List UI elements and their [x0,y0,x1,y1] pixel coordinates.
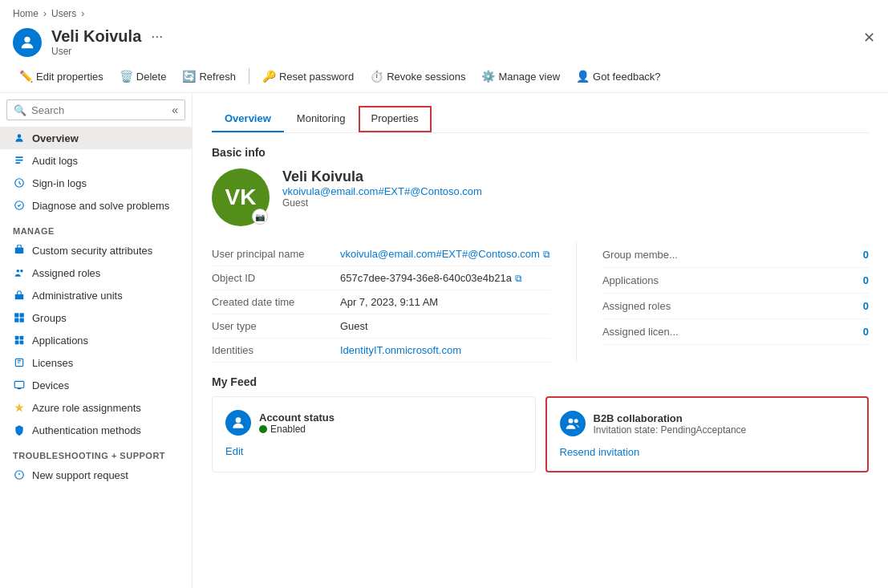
devices-icon [13,379,26,391]
close-button[interactable]: ✕ [863,30,875,45]
svg-rect-17 [15,341,19,345]
svg-rect-20 [14,381,24,387]
licenses-label: Assigned licen... [602,326,679,338]
manage-view-button[interactable]: ⚙️ Manage view [475,67,566,86]
collapse-icon[interactable]: « [172,103,178,116]
search-input[interactable] [31,104,167,116]
profile-name: Veli Koivula [282,168,482,185]
sidebar-item-groups[interactable]: Groups [0,306,192,329]
auth-methods-icon [13,424,26,436]
sidebar-item-support[interactable]: New support request [0,464,192,486]
user-role: User [51,46,875,57]
overview-icon [13,132,26,144]
svg-rect-18 [20,341,24,345]
sidebar-item-assigned-roles[interactable]: Assigned roles [0,262,192,284]
usertype-label: User type [212,320,340,332]
svg-rect-7 [15,248,24,254]
search-icon: 🔍 [14,104,26,116]
svg-point-23 [568,419,573,424]
delete-button[interactable]: 🗑️ Delete [113,67,173,86]
search-box[interactable]: 🔍 « [6,99,185,120]
sidebar-item-label-groups: Groups [32,312,67,324]
svg-rect-13 [14,318,18,322]
profile-details: Veli Koivula vkoivula@email.com#EXT#@Con… [282,168,482,209]
breadcrumb-users[interactable]: Users [51,8,76,19]
resend-invitation-link[interactable]: Resend invitation [560,446,855,458]
apps-value[interactable]: 0 [863,274,869,286]
b2b-description: Invitation state: PendingAcceptance [594,424,747,436]
apps-label: Applications [602,274,659,286]
account-status-card: Account status Enabled Edit [212,396,536,472]
sidebar-item-applications[interactable]: Applications [0,329,192,351]
info-row-upn: User principal name vkoivula@email.com#E… [212,242,550,266]
b2b-header: B2B collaboration Invitation state: Pend… [560,411,855,436]
revoke-sessions-button[interactable]: ⏱️ Revoke sessions [363,67,472,86]
troubleshoot-section-label: Troubleshooting + Support [0,441,192,464]
user-profile: VK 📷 Veli Koivula vkoivula@email.com#EXT… [212,168,869,226]
objectid-copy-icon[interactable]: ⧉ [515,273,522,284]
manage-view-icon: ⚙️ [481,70,495,83]
breadcrumb-sep1: › [43,8,47,19]
sidebar-item-custom-security[interactable]: Custom security attributes [0,239,192,262]
tab-overview[interactable]: Overview [212,106,284,132]
info-row-identities: Identities IdentityIT.onmicrosoft.com [212,339,550,363]
sidebar-item-label-signin: Sign-in logs [32,177,87,189]
group-value[interactable]: 0 [863,249,869,261]
reset-password-button[interactable]: 🔑 Reset password [256,67,360,86]
profile-email[interactable]: vkoivula@email.com#EXT#@Contoso.com [282,185,482,197]
objectid-label: Object ID [212,272,340,284]
feedback-button[interactable]: 👤 Got feedback? [570,67,667,86]
sidebar-item-label-overview: Overview [32,132,79,144]
info-left-col: User principal name vkoivula@email.com#E… [212,242,576,363]
svg-rect-15 [15,336,19,340]
more-options-button[interactable]: ··· [151,28,163,45]
sidebar-item-licenses[interactable]: Licenses [0,351,192,374]
roles-value[interactable]: 0 [863,300,869,312]
edit-icon: ✏️ [19,70,33,83]
b2b-avatar [560,411,586,436]
azure-roles-icon [13,401,26,414]
admin-units-icon [13,289,26,302]
account-status-edit-link[interactable]: Edit [225,445,522,457]
feedback-icon: 👤 [576,70,590,83]
account-status-status: Enabled [259,424,335,435]
account-status-info: Account status Enabled [259,412,335,435]
change-photo-button[interactable]: 📷 [252,209,268,225]
sidebar: 🔍 « Overview Audit logs Sign-in logs [0,93,193,588]
svg-rect-14 [20,318,24,322]
svg-rect-4 [15,162,20,164]
edit-properties-button[interactable]: ✏️ Edit properties [13,67,110,86]
sidebar-item-auth-methods[interactable]: Authentication methods [0,419,192,441]
sidebar-item-admin-units[interactable]: Administrative units [0,284,192,306]
upn-value[interactable]: vkoivula@email.com#EXT#@Contoso.com ⧉ [340,248,550,260]
identities-value[interactable]: IdentityIT.onmicrosoft.com [340,344,461,356]
usertype-value: Guest [340,320,368,332]
stat-row-apps: Applications 0 [602,268,869,294]
tab-properties[interactable]: Properties [359,106,432,132]
breadcrumb-home[interactable]: Home [13,8,39,19]
tab-monitoring[interactable]: Monitoring [284,106,359,132]
upn-copy-icon[interactable]: ⧉ [543,249,550,260]
sidebar-item-azure-roles[interactable]: Azure role assignments [0,396,192,419]
created-label: Created date time [212,296,340,308]
info-grid: User principal name vkoivula@email.com#E… [212,242,869,363]
b2b-info: B2B collaboration Invitation state: Pend… [594,412,747,436]
sidebar-item-audit-logs[interactable]: Audit logs [0,149,192,172]
licenses-value[interactable]: 0 [863,326,869,338]
sidebar-item-signin-logs[interactable]: Sign-in logs [0,172,192,194]
sidebar-item-diagnose[interactable]: Diagnose and solve problems [0,194,192,217]
reset-password-icon: 🔑 [262,70,276,83]
sidebar-item-overview[interactable]: Overview [0,127,192,149]
svg-point-1 [18,134,22,138]
svg-rect-16 [20,336,24,340]
account-status-avatar [225,410,251,436]
header-avatar [13,28,42,57]
main-content: Overview Monitoring Properties Basic inf… [193,93,888,588]
group-label: Group membe... [602,249,678,261]
info-right-col: Group membe... 0 Applications 0 Assigned… [576,242,869,363]
breadcrumb-sep2: › [81,8,84,19]
refresh-button[interactable]: 🔄 Refresh [176,67,242,86]
sidebar-item-devices[interactable]: Devices [0,374,192,396]
svg-point-22 [236,417,241,423]
b2b-collaboration-card: B2B collaboration Invitation state: Pend… [545,396,870,472]
